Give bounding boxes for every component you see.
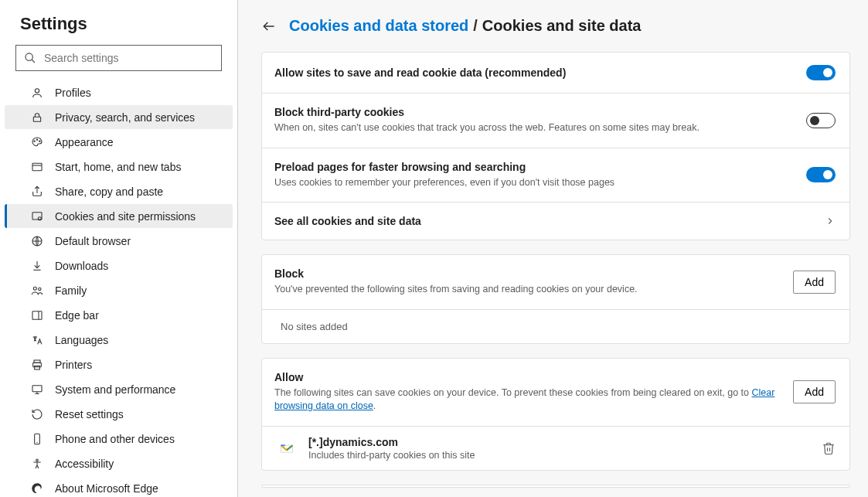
sidebar-item-label: Reset settings xyxy=(55,408,124,420)
breadcrumb-current: Cookies and site data xyxy=(482,17,642,35)
profile-icon xyxy=(30,87,44,99)
preload-toggle[interactable] xyxy=(806,167,836,182)
allow-title: Allow xyxy=(274,371,782,383)
breadcrumb: Cookies and data stored / Cookies and si… xyxy=(289,17,641,35)
allow-add-button[interactable]: Add xyxy=(793,380,836,403)
svg-point-15 xyxy=(39,288,41,290)
printer-icon xyxy=(30,359,44,371)
svg-rect-21 xyxy=(32,385,42,391)
sidebar-item-label: Printers xyxy=(55,359,92,371)
delete-site-button[interactable] xyxy=(822,441,836,455)
sidebar-item-label: Profiles xyxy=(55,87,91,99)
sidebar-icon xyxy=(30,309,44,322)
sidebar-item-start[interactable]: Start, home, and new tabs xyxy=(5,155,233,179)
sidebar-item-label: Edge bar xyxy=(55,309,99,322)
svg-rect-16 xyxy=(32,311,42,319)
allow-cookies-toggle[interactable] xyxy=(806,65,836,80)
search-icon xyxy=(24,52,36,64)
sidebar-item-label: Cookies and site permissions xyxy=(55,210,196,223)
svg-point-6 xyxy=(39,141,40,141)
sidebar-item-profiles[interactable]: Profiles xyxy=(5,80,233,104)
sidebar-item-appearance[interactable]: Appearance xyxy=(5,130,233,154)
accessibility-icon xyxy=(30,458,44,470)
main-content: Cookies and data stored / Cookies and si… xyxy=(238,0,868,497)
breadcrumb-separator: / xyxy=(473,17,478,35)
sidebar-item-about[interactable]: About Microsoft Edge xyxy=(5,476,233,497)
svg-rect-7 xyxy=(32,163,42,170)
preload-sub: Uses cookies to remember your preference… xyxy=(274,176,795,190)
breadcrumb-parent-link[interactable]: Cookies and data stored xyxy=(289,17,468,35)
breadcrumb-row: Cookies and data stored / Cookies and si… xyxy=(261,17,868,35)
sidebar-item-family[interactable]: Family xyxy=(5,278,233,302)
block-third-party-sub: When on, sites can't use cookies that tr… xyxy=(274,121,795,135)
sidebar-item-phone[interactable]: Phone and other devices xyxy=(5,427,233,451)
tab-icon xyxy=(30,161,44,173)
svg-point-14 xyxy=(33,287,36,290)
allow-cookies-title: Allow sites to save and read cookie data… xyxy=(274,66,795,79)
cookie-settings-card: Allow sites to save and read cookie data… xyxy=(261,52,850,240)
back-button[interactable] xyxy=(261,19,277,34)
search-input[interactable] xyxy=(44,52,221,64)
sidebar-item-label: Share, copy and paste xyxy=(55,186,163,198)
block-header-row: Block You've prevented the following sit… xyxy=(262,255,849,310)
svg-point-4 xyxy=(34,141,35,141)
sidebar-item-label: Start, home, and new tabs xyxy=(55,161,181,173)
svg-point-0 xyxy=(26,53,32,60)
allow-sub: The following sites can save cookies on … xyxy=(274,386,782,414)
search-settings-wrap[interactable] xyxy=(15,45,222,71)
settings-sidebar: Settings Profiles Privacy, search, and s… xyxy=(0,0,238,497)
sidebar-item-label: Languages xyxy=(55,334,108,346)
allow-site-name: [*.]dynamics.com xyxy=(308,436,808,448)
reset-icon xyxy=(30,408,44,420)
block-third-party-toggle[interactable] xyxy=(806,113,836,128)
svg-point-2 xyxy=(35,88,39,92)
sidebar-item-printers[interactable]: Printers xyxy=(5,352,233,376)
sidebar-nav: Profiles Privacy, search, and services A… xyxy=(0,80,237,497)
lock-icon xyxy=(30,111,44,124)
edge-icon xyxy=(30,482,44,495)
sidebar-item-label: Privacy, search, and services xyxy=(55,111,195,124)
svg-point-26 xyxy=(36,459,39,461)
allow-header-row: Allow The following sites can save cooki… xyxy=(262,359,849,427)
chevron-right-icon xyxy=(825,216,836,226)
preload-title: Preload pages for faster browsing and se… xyxy=(274,161,795,173)
allow-site-sub: Includes third-party cookies on this sit… xyxy=(308,450,808,461)
block-section: Block You've prevented the following sit… xyxy=(261,254,850,344)
sidebar-item-accessibility[interactable]: Accessibility xyxy=(5,451,233,475)
allow-cookies-row: Allow sites to save and read cookie data… xyxy=(262,53,849,94)
sidebar-item-privacy[interactable]: Privacy, search, and services xyxy=(5,105,233,129)
sidebar-item-share[interactable]: Share, copy and paste xyxy=(5,179,233,203)
sidebar-item-system[interactable]: System and performance xyxy=(5,377,233,401)
sidebar-item-label: Appearance xyxy=(55,136,114,148)
svg-rect-3 xyxy=(33,117,40,121)
block-third-party-title: Block third-party cookies xyxy=(274,106,795,118)
sidebar-item-label: Family xyxy=(55,284,87,297)
sidebar-item-edgebar[interactable]: Edge bar xyxy=(5,303,233,327)
system-icon xyxy=(30,383,44,396)
allow-section: Allow The following sites can save cooki… xyxy=(261,358,850,471)
allow-site-row: [*.]dynamics.com Includes third-party co… xyxy=(262,427,849,470)
family-icon xyxy=(30,284,44,297)
sidebar-item-label: Accessibility xyxy=(55,458,114,470)
sidebar-item-label: Phone and other devices xyxy=(55,433,175,445)
see-all-cookies-title: See all cookies and site data xyxy=(274,215,814,227)
see-all-cookies-row[interactable]: See all cookies and site data xyxy=(262,203,849,240)
sidebar-item-label: System and performance xyxy=(55,383,175,396)
sidebar-item-cookies[interactable]: Cookies and site permissions xyxy=(5,204,233,228)
block-sub: You've prevented the following sites fro… xyxy=(274,283,782,297)
svg-rect-10 xyxy=(32,212,42,219)
sidebar-item-reset[interactable]: Reset settings xyxy=(5,402,233,426)
page-title: Settings xyxy=(0,14,237,34)
appearance-icon xyxy=(30,136,44,148)
sidebar-item-languages[interactable]: Languages xyxy=(5,328,233,352)
sidebar-item-downloads[interactable]: Downloads xyxy=(5,254,233,277)
sidebar-item-default-browser[interactable]: Default browser xyxy=(5,229,233,253)
next-card-peek xyxy=(261,485,850,488)
allow-sub-prefix: The following sites can save cookies on … xyxy=(274,387,751,398)
svg-point-5 xyxy=(36,139,37,140)
svg-rect-20 xyxy=(35,366,40,369)
block-title: Block xyxy=(274,267,782,280)
block-add-button[interactable]: Add xyxy=(793,271,836,294)
allow-sub-suffix: . xyxy=(373,400,376,411)
svg-line-1 xyxy=(32,60,35,63)
